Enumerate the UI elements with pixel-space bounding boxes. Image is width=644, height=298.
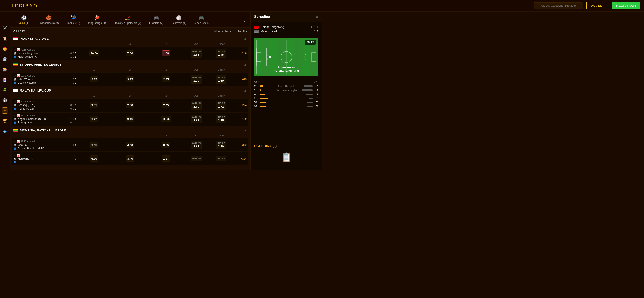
under-btn[interactable]: UND 2.5 2.10 (216, 141, 226, 149)
favorite-star[interactable]: ☆ (14, 48, 16, 51)
malaysia-collapse[interactable]: ▲ (244, 89, 247, 92)
odd-btn-1[interactable]: 40.50 (90, 50, 99, 56)
stats-icon[interactable]: 📊 (17, 154, 20, 157)
under-btn[interactable]: UND 1.5 1.45 (216, 49, 226, 58)
odd-btn-2[interactable]: 1.09 (162, 50, 170, 56)
schedina-close-btn[interactable]: ∧ (316, 14, 318, 19)
score-val-2-set: 1 (310, 30, 312, 33)
more-odds-btn[interactable]: +394 (233, 157, 247, 160)
odd-btn-x[interactable]: 4.30 (126, 142, 134, 148)
sidebar-icon-slots[interactable]: 🎰 (2, 66, 8, 73)
odd-btn-2[interactable]: 2.35 (162, 76, 170, 82)
under-btn[interactable]: UND 2.5 (216, 156, 226, 161)
more-odds-btn[interactable]: +274 (233, 104, 247, 107)
odd-btn-2[interactable]: 8.85 (162, 142, 170, 148)
over-btn[interactable]: OVR 2.5 1.67 (191, 141, 202, 149)
etiopia-collapse[interactable]: ▲ (244, 63, 247, 66)
birmania-collapse[interactable]: ▲ (244, 128, 247, 132)
tab-pallavolo[interactable]: 🏐 Pallavolo (1) (167, 14, 190, 27)
odd-btn-2[interactable]: 10.50 (161, 116, 171, 122)
league-indonesia: INDONESIA, LIGA 1 ▲ 1X2OverUnder ☆ 📊 79:… (12, 35, 249, 60)
stats-row-5: 35 38 (254, 105, 318, 108)
under-btn[interactable]: UND 2.5 1.60 (216, 75, 226, 84)
odd-btn-1[interactable]: 1.47 (90, 116, 98, 122)
table-row: ☆ 📊 37:18 • 1 metà ⚽ Ispe FC 11 (12, 138, 249, 152)
over-btn[interactable]: OVR 2.5 2.20 (191, 75, 202, 84)
over-btn[interactable]: OVR 1.5 1.63 (191, 115, 202, 124)
under-btn[interactable]: UND 1.5 1.72 (216, 101, 226, 110)
stats-icon[interactable]: 📊 (17, 100, 20, 103)
hamburger-menu[interactable]: ☰ (4, 3, 8, 9)
schedina-bottom: SCHEDINA (0) 📋 (251, 141, 322, 170)
sidebar-icon-sports[interactable]: ⚽ (2, 97, 8, 103)
odd-btn-x[interactable]: 3.40 (126, 155, 134, 162)
tab-ebasket[interactable]: 🎮 e-basket (4) (190, 14, 213, 27)
flag-etiopia (14, 63, 18, 66)
birmania-header: BIRMANIA, NATIONAL LEAGUE ▲ (12, 126, 249, 133)
more-odds-btn[interactable]: +372 (233, 143, 247, 147)
totali-selector[interactable]: Totali ▾ (238, 30, 247, 33)
sidebar-icon-scroll[interactable]: 📜 (2, 35, 8, 42)
tab-scroll-right[interactable]: › (243, 17, 247, 24)
sidebar-icon-live[interactable]: LIVE (2, 107, 8, 114)
odd-btn-1[interactable]: 2.85 (90, 76, 98, 82)
more-odds-btn[interactable]: +415 (233, 78, 247, 81)
favorite-star[interactable]: ☆ (14, 154, 16, 157)
stat-bar-left-4 (260, 102, 266, 103)
table-row: ☆ 📊 79:18 • 2 metà ⚽ Persita Tangerang 0… (12, 47, 249, 60)
odd-btn-x[interactable]: 3.15 (126, 116, 134, 122)
odd-btn-x[interactable]: 7.00 (126, 50, 134, 56)
team-badge-persita (254, 26, 259, 29)
left-sidebar: ⚔️ 📜 🎁 🏛️ 🎰 🃏 🍀 ⚽ LIVE 🏆 🐟 (0, 12, 10, 170)
stats-icon[interactable]: 📊 (17, 48, 20, 51)
stats-icon[interactable]: 📊 (17, 74, 20, 77)
tab-pingpong[interactable]: 🏓 Ping-pong (14) (84, 14, 110, 27)
more-odds-btn[interactable]: +106 (233, 52, 247, 55)
schedina-header: Schedina ∧ (251, 12, 322, 22)
sidebar-icon-clover[interactable]: 🍀 (2, 87, 8, 93)
favorite-star[interactable]: ☆ (14, 100, 16, 103)
sidebar-icon-swords[interactable]: ⚔️ (2, 25, 8, 31)
odd-btn-1[interactable]: 3.55 (90, 102, 98, 108)
odd-btn-2[interactable]: 2.45 (162, 102, 170, 108)
over-btn[interactable]: OVR 1.5 2.55 (191, 49, 202, 58)
tab-hockey[interactable]: 🏒 Hockey su ghiaccio (7) (110, 14, 145, 27)
tab-ecalcio[interactable]: 🎮 E-Calcio (7) (145, 14, 167, 27)
favorite-star[interactable]: ☆ (14, 74, 16, 77)
ecalcio-icon: 🎮 (154, 15, 159, 21)
pingpong-icon: 🏓 (94, 15, 100, 21)
stats-icon[interactable]: 📊 (17, 114, 20, 117)
over-btn[interactable]: OVR 2.5 (191, 156, 202, 161)
tab-tennis[interactable]: 🎾 Tennis (18) (63, 14, 84, 27)
odd-btn-x[interactable]: 3.15 (126, 76, 134, 82)
under-btn[interactable]: UND 1.5 2.15 (216, 115, 226, 124)
tab-calcio[interactable]: ⚽ Calcio (11) (14, 14, 34, 27)
more-odds-btn[interactable]: +190 (233, 117, 247, 121)
team-info-penang: ☆ 📊 50:06 • 2 metà ⚽ Penang (U-23) 000 (14, 100, 76, 110)
sidebar-icon-cards[interactable]: 🃏 (2, 77, 8, 83)
stats-panel: 50% 50% 2 Spara al bersaglio 5 1 (251, 79, 322, 111)
odd-btn-1[interactable]: 1.35 (90, 142, 98, 148)
odd-btn-1[interactable]: 6.20 (90, 155, 98, 162)
schedina-empty-icon: 📋 (254, 148, 318, 167)
favorite-star[interactable]: ☆ (14, 114, 16, 117)
stats-icon[interactable]: 📊 (17, 140, 20, 143)
sidebar-icon-casino[interactable]: 🏛️ (2, 56, 8, 62)
stats-row-0: 2 Spara al bersaglio 5 (254, 85, 318, 88)
sidebar-icon-trophy[interactable]: 🏆 (2, 118, 8, 124)
tab-pallacanestro[interactable]: 🏀 Pallacanestro (9) (34, 14, 63, 27)
sidebar-icon-fish[interactable]: 🐟 (2, 128, 8, 134)
favorite-star[interactable]: ☆ (14, 140, 16, 143)
team-label-malut: Malut United FC (260, 30, 309, 33)
indonesia-collapse[interactable]: ▲ (244, 37, 247, 40)
sidebar-icon-gift[interactable]: 🎁 (2, 46, 8, 52)
odd-btn-2[interactable]: 1.57 (162, 155, 170, 162)
odd-btn-x[interactable]: 2.50 (126, 102, 134, 108)
league-etiopia: ETIOPIA, PREMIER LEAGUE ▲ 1X2OverUnder ☆… (12, 60, 249, 86)
over-btn[interactable]: OVR 1.5 2.00 (191, 101, 202, 110)
etiopia-title: ETIOPIA, PREMIER LEAGUE (20, 63, 242, 66)
money-line-selector[interactable]: Money Line ▾ (214, 30, 232, 33)
league-malaysia: MALAYSIA, MFL CUP ▲ 1X2OverUnder ☆ 📊 50:… (12, 86, 249, 126)
stats-row-1: 1 Spara fuori bersaglio 8 (254, 89, 318, 92)
table-area: CALCIO Money Line ▾ Totali ▾ INDONESIA, … (10, 28, 250, 165)
